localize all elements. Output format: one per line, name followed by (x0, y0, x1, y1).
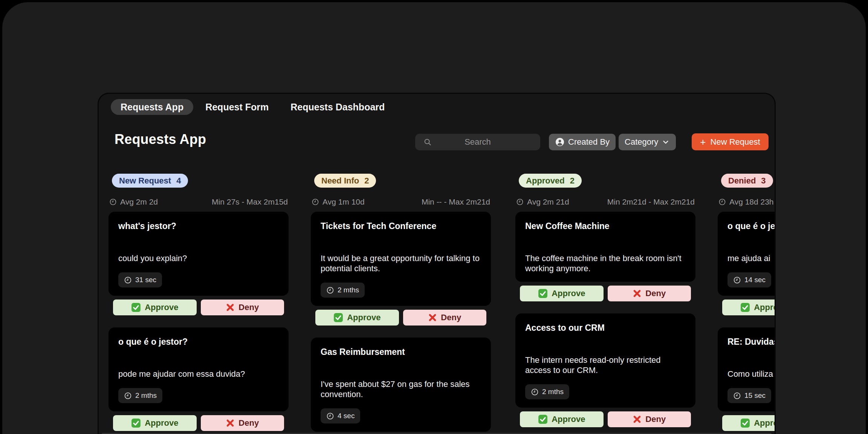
column-stats: Avg 1m 10d Min -- - Max 2m21d (311, 197, 491, 207)
status-badge-denied: Denied 3 (721, 174, 773, 188)
minmax-time: Min 27s - Max 2m15d (212, 197, 288, 206)
request-card-block: Access to our CRM The intern needs read-… (515, 313, 695, 427)
request-card-block: New Coffee Machine The coffee machine in… (515, 212, 695, 301)
card-body: pode me ajudar com essa duvida? (118, 369, 279, 379)
clock-icon (733, 392, 741, 400)
elapsed-time-chip: 31 sec (118, 272, 162, 287)
clock-icon (109, 198, 117, 206)
kanban-column-denied: Denied 3 Avg 18d 23h o que é o jestor? m… (718, 174, 776, 434)
kanban-column-approved: Approved 2 Avg 2m 21d Min 2m21d - Max 2m… (515, 174, 695, 434)
deny-button[interactable]: Deny (608, 286, 691, 301)
approve-button[interactable]: Approve (722, 300, 776, 315)
status-badge-new-request: New Request 4 (112, 174, 188, 188)
card-title: RE: Duvidas (727, 336, 776, 347)
column-name: Denied (728, 176, 756, 186)
elapsed-time: 31 sec (135, 276, 156, 284)
request-card[interactable]: o que é o jestor? pode me ajudar com ess… (108, 327, 289, 411)
deny-button[interactable]: Deny (201, 300, 284, 315)
approve-button[interactable]: Approve (113, 300, 197, 315)
card-title: o que é o jestor? (118, 336, 279, 347)
deny-button[interactable]: Deny (403, 310, 487, 326)
approve-button[interactable]: Approve (315, 310, 399, 326)
card-title: Tickets for Tech Conference (321, 221, 481, 231)
check-emoji-icon (538, 289, 548, 298)
card-actions: Approve Deny (520, 286, 691, 301)
card-actions: Approve Deny (315, 310, 486, 326)
column-name: New Request (119, 176, 171, 186)
tab-requests-dashboard[interactable]: Requests Dashboard (281, 99, 394, 115)
check-emoji-icon (131, 418, 141, 428)
elapsed-time: 2 mths (542, 388, 564, 396)
elapsed-time-chip: 15 sec (727, 388, 771, 403)
created-by-filter-button[interactable]: Created By (549, 134, 616, 150)
request-card[interactable]: Access to our CRM The intern needs read-… (515, 313, 695, 408)
search-input[interactable] (415, 134, 540, 150)
column-stats: Avg 18d 23h (718, 197, 776, 207)
card-body: could you explain? (118, 253, 279, 263)
card-actions: Approve Deny (113, 300, 284, 315)
card-actions: Approve Deny (722, 415, 776, 431)
avg-time: Avg 2m 21d (527, 197, 569, 206)
elapsed-time-chip: 2 mths (118, 388, 162, 403)
request-card[interactable]: RE: Duvidas Como utiliza 15 sec (718, 327, 776, 411)
column-count: 4 (176, 176, 181, 186)
deny-label: Deny (645, 414, 666, 424)
page-title: Requests App (115, 131, 206, 147)
elapsed-time-chip: 4 sec (321, 408, 360, 423)
status-badge-need-info: Need Info 2 (314, 174, 376, 188)
tab-requests-app[interactable]: Requests App (111, 99, 193, 115)
cross-emoji-icon (633, 415, 642, 424)
deny-label: Deny (441, 313, 461, 322)
tab-request-form[interactable]: Request Form (196, 99, 278, 115)
elapsed-time: 15 sec (744, 391, 766, 400)
request-card-block: RE: Duvidas Como utiliza 15 sec Approve … (718, 327, 776, 431)
approve-button[interactable]: Approve (520, 411, 604, 427)
request-card[interactable]: o que é o jestor? me ajuda ai 14 sec (718, 212, 776, 296)
elapsed-time: 4 sec (338, 412, 355, 420)
column-count: 2 (570, 176, 575, 186)
request-card[interactable]: New Coffee Machine The coffee machine in… (515, 212, 695, 282)
category-filter-button[interactable]: Category (619, 134, 676, 150)
new-request-label: New Request (711, 137, 760, 147)
new-request-button[interactable]: + New Request (692, 133, 768, 150)
request-card[interactable]: Tickets for Tech Conference It would be … (311, 212, 491, 306)
request-card[interactable]: what's jestor? could you explain? 31 sec (108, 212, 289, 296)
search-icon (423, 138, 432, 146)
request-card-block: o que é o jestor? me ajuda ai 14 sec App… (718, 212, 776, 315)
card-actions: Approve Deny (113, 415, 284, 431)
request-card-block: Gas Reimbursement I've spent about $27 o… (311, 338, 491, 434)
minmax-time: Min 2m21d - Max 2m21d (607, 197, 695, 206)
approve-button[interactable]: Approve (113, 415, 197, 431)
card-actions: Approve Deny (722, 300, 776, 315)
check-emoji-icon (538, 414, 548, 424)
card-title: Gas Reimbursement (321, 347, 481, 357)
check-emoji-icon (740, 303, 750, 312)
request-card-block: o que é o jestor? pode me ajudar com ess… (108, 327, 289, 431)
check-emoji-icon (740, 418, 750, 428)
category-label: Category (625, 137, 658, 147)
clock-icon (326, 412, 334, 420)
card-title: o que é o jestor? (727, 221, 776, 231)
clock-icon (718, 198, 726, 206)
requests-app-panel: Requests App Request Form Requests Dashb… (98, 93, 776, 434)
elapsed-time: 2 mths (338, 286, 359, 294)
deny-button[interactable]: Deny (201, 415, 284, 431)
elapsed-time: 14 sec (744, 276, 766, 284)
approve-label: Approve (552, 289, 585, 298)
cross-emoji-icon (226, 303, 235, 312)
deny-label: Deny (238, 418, 259, 428)
deny-button[interactable]: Deny (608, 411, 691, 427)
request-card[interactable]: Gas Reimbursement I've spent about $27 o… (311, 338, 491, 432)
approve-label: Approve (145, 418, 178, 428)
app-window: Requests App Request Form Requests Dashb… (2, 2, 866, 434)
approve-button[interactable]: Approve (520, 286, 604, 301)
plus-icon: + (700, 137, 706, 147)
card-body: The intern needs read-only restricted ac… (525, 355, 686, 375)
approve-label: Approve (552, 414, 585, 424)
card-body: I've spent about $27 on gas for the sale… (321, 379, 481, 399)
tab-bar: Requests App Request Form Requests Dashb… (111, 99, 394, 115)
card-actions: Approve Deny (520, 411, 691, 427)
deny-label: Deny (645, 289, 666, 298)
check-emoji-icon (131, 303, 141, 312)
approve-button[interactable]: Approve (722, 415, 776, 431)
